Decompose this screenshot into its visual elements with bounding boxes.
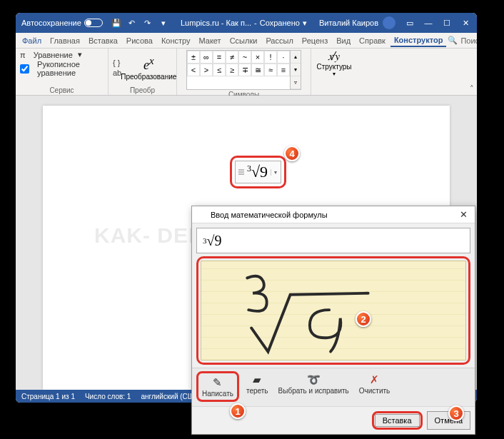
dialog-title: Ввод математической формулы <box>211 211 328 219</box>
dialog-icon <box>196 210 206 220</box>
symbol-cell[interactable]: ≥ <box>226 64 238 76</box>
maximize-icon[interactable]: ☐ <box>438 16 455 30</box>
user-area[interactable]: Виталий Каиров <box>319 16 395 29</box>
symbol-cell[interactable]: > <box>200 64 213 76</box>
search-box[interactable]: 🔍 Поиск <box>448 36 478 45</box>
dialog-close-icon[interactable]: ✕ <box>457 209 470 220</box>
ink-strokes <box>201 261 465 358</box>
ribbon-tabs: Файл Главная Вставка Рисова Констру Маке… <box>16 33 477 49</box>
tab-help[interactable]: Справк <box>356 35 389 46</box>
symbol-cell[interactable]: ∞ <box>200 51 213 64</box>
structures-button[interactable]: 𝑥⁄𝑦 Структуры ▾ <box>316 50 353 77</box>
insert-highlight: Вставка <box>372 411 423 430</box>
tab-draw[interactable]: Рисова <box>123 35 156 46</box>
equation-label: Уравнение <box>34 51 73 59</box>
collapse-ribbon-icon[interactable]: ˄ <box>470 84 474 94</box>
symbol-nav[interactable]: ▴▾▿ <box>291 50 301 90</box>
equation-handle[interactable] <box>238 169 244 175</box>
autosave-label: Автосохранение <box>21 19 81 27</box>
clear-icon: ✗ <box>367 373 383 387</box>
callout-2: 2 <box>356 311 371 327</box>
equation-dropdown-icon[interactable]: ▾ <box>271 169 278 176</box>
avatar[interactable] <box>383 16 395 29</box>
clear-tool[interactable]: ✗ Очистить <box>356 371 393 396</box>
symbol-cell[interactable]: ∓ <box>238 64 251 76</box>
select-correct-tool[interactable]: ➰ Выбрать и исправить <box>276 371 352 396</box>
lasso-icon: ➰ <box>306 373 321 387</box>
write-tool-highlight: ✎ Написать <box>196 371 239 402</box>
ink-equation-checkbox[interactable] <box>20 64 29 74</box>
search-icon: 🔍 <box>448 36 458 45</box>
save-icon[interactable]: 💾 <box>111 18 121 28</box>
callout-3: 3 <box>448 405 464 421</box>
tab-home[interactable]: Главная <box>46 35 84 46</box>
symbol-cell[interactable]: ≅ <box>251 64 264 76</box>
group-label-tools: Сервис <box>20 86 104 95</box>
ribbon-options-icon[interactable]: ▭ <box>401 16 418 30</box>
symbol-cell[interactable]: < <box>187 64 200 76</box>
group-label-convert: Преобр <box>113 86 172 95</box>
math-input-dialog: Ввод математической формулы ✕ 3√9 ✎ На <box>191 206 475 435</box>
eraser-icon: ▰ <box>249 373 265 387</box>
ink-equation-label: Рукописное уравнение <box>37 60 104 77</box>
tab-constructor[interactable]: Конструктор <box>390 34 446 47</box>
tab-mailings[interactable]: Рассыл <box>262 35 296 46</box>
convert-button[interactable]: ex Преобразование <box>126 55 171 81</box>
symbol-cell[interactable]: · <box>277 51 290 64</box>
status-words[interactable]: Число слов: 1 <box>85 393 131 400</box>
ink-canvas[interactable] <box>201 261 466 360</box>
status-page[interactable]: Страница 1 из 1 <box>21 393 75 400</box>
search-label: Поиск <box>460 36 478 45</box>
insert-button[interactable]: Вставка <box>375 414 420 427</box>
document-title: Lumpics.ru - Как п... - Сохранено ▾ <box>168 19 319 28</box>
dialog-titlebar[interactable]: Ввод математической формулы ✕ <box>192 206 475 223</box>
autosave[interactable]: Автосохранение <box>19 19 106 27</box>
minimize-icon[interactable]: — <box>420 16 437 30</box>
write-label: Написать <box>202 390 233 398</box>
undo-icon[interactable]: ↶ <box>127 18 137 28</box>
tab-view[interactable]: Вид <box>333 35 354 46</box>
status-lang[interactable]: английский (США <box>141 393 198 400</box>
erase-label: тереть <box>246 387 268 395</box>
symbol-cell[interactable]: = <box>213 51 226 64</box>
ink-canvas-highlight <box>196 256 470 365</box>
tab-references[interactable]: Ссылки <box>226 35 261 46</box>
pen-icon: ✎ <box>210 375 226 390</box>
symbol-cell[interactable]: ≈ <box>264 64 277 76</box>
tab-layout[interactable]: Макет <box>196 35 225 46</box>
user-name: Виталий Каиров <box>319 19 378 27</box>
equation-dropdown[interactable]: π Уравнение ▾ <box>20 50 82 59</box>
tab-file[interactable]: Файл <box>19 35 45 46</box>
ex-icon: ex <box>143 55 154 73</box>
structures-icon: 𝑥⁄𝑦 <box>328 50 341 63</box>
erase-tool[interactable]: ▰ тереть <box>243 371 271 396</box>
symbol-cell[interactable]: ± <box>187 51 200 64</box>
redo-icon[interactable]: ↷ <box>143 18 153 28</box>
symbol-cell[interactable]: ≠ <box>226 51 238 64</box>
tab-insert[interactable]: Вставка <box>85 35 121 46</box>
close-icon[interactable]: ✕ <box>457 16 474 30</box>
write-tool[interactable]: ✎ Написать <box>199 374 236 399</box>
tab-design[interactable]: Констру <box>158 35 194 46</box>
doc-saved: Сохранено <box>260 19 300 27</box>
equation-content[interactable]: 3√9 <box>247 163 268 181</box>
tab-review[interactable]: Реценз <box>298 35 331 46</box>
symbol-cell[interactable]: ! <box>264 51 277 64</box>
doc-name: Lumpics.ru - Как п... <box>181 19 251 27</box>
ink-equation[interactable]: Рукописное уравнение <box>20 60 104 77</box>
select-label: Выбрать и исправить <box>278 387 349 395</box>
callout-1: 1 <box>230 403 246 419</box>
symbol-cell[interactable]: ~ <box>238 51 251 64</box>
callout-4: 4 <box>284 146 300 161</box>
autosave-toggle[interactable] <box>84 19 103 27</box>
symbol-cell[interactable]: ≤ <box>213 64 226 76</box>
equation-highlight: 3√9 ▾ <box>230 156 286 188</box>
ribbon: π Уравнение ▾ Рукописное уравнение Серви… <box>16 49 477 96</box>
symbol-cell[interactable]: × <box>251 51 264 64</box>
clear-label: Очистить <box>359 387 390 395</box>
symbol-grid[interactable]: ± ∞ = ≠ ~ × ! · < > ≤ ≥ ∓ ≅ ≈ <box>186 50 291 90</box>
equation-box[interactable]: 3√9 ▾ <box>235 161 281 183</box>
qat-more-icon[interactable]: ▾ <box>158 18 168 28</box>
bracket-icon[interactable]: { } <box>113 59 121 67</box>
symbol-cell[interactable]: ≡ <box>277 64 290 76</box>
